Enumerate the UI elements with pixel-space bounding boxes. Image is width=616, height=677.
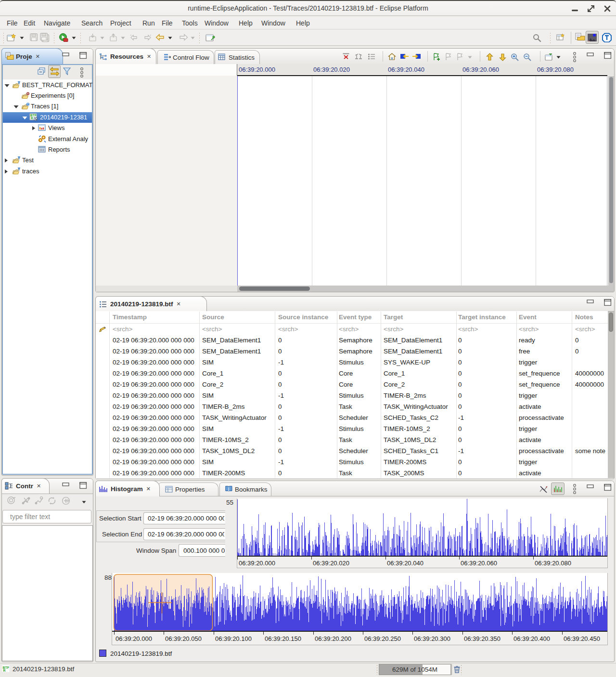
svg-text:R: R — [3, 669, 6, 672]
svg-text:R: R — [31, 117, 33, 120]
